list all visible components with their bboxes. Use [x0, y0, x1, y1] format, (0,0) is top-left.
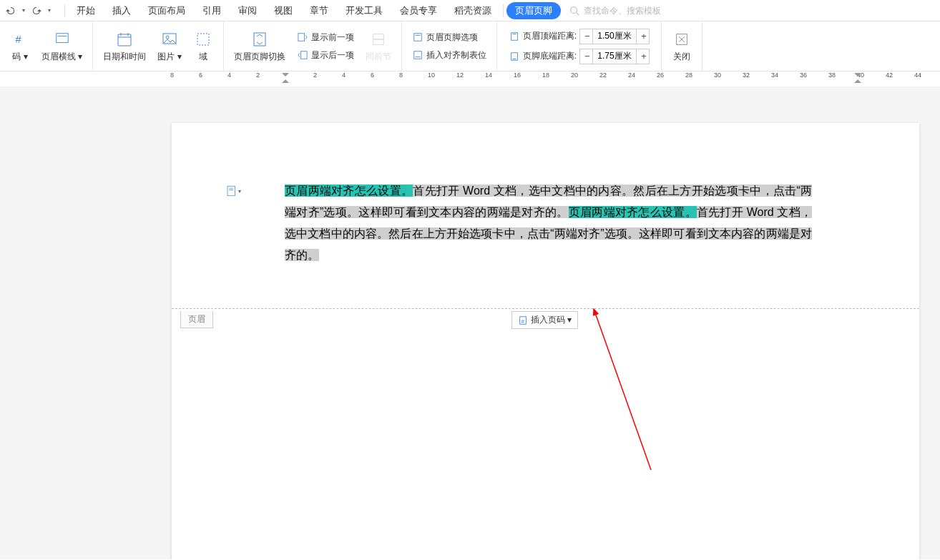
picture-button[interactable]: 图片 ▾	[155, 28, 184, 64]
tab-chapter[interactable]: 章节	[301, 0, 337, 21]
insert-page-number-button[interactable]: # 插入页码 ▾	[511, 311, 578, 329]
header-distance-label: 页眉顶端距离:	[523, 30, 577, 42]
tab-view[interactable]: 视图	[265, 0, 301, 21]
footer-distance-icon	[509, 51, 520, 62]
increment-button[interactable]: +	[636, 29, 649, 44]
group-options: 页眉页脚选项 插入对齐制表位	[402, 21, 497, 71]
datetime-button[interactable]: 日期和时间	[100, 28, 149, 64]
tab-reference[interactable]: 引用	[194, 0, 230, 21]
chevron-down-icon: ▾	[238, 188, 241, 195]
insert-tabstop-label: 插入对齐制表位	[426, 49, 486, 62]
show-next-label: 显示后一项	[311, 49, 354, 62]
hash-icon: #	[10, 29, 30, 49]
footer-distance-input[interactable]	[593, 49, 636, 64]
qat-customize[interactable]: ▾	[46, 7, 53, 14]
decrement-button[interactable]: −	[580, 49, 593, 64]
group-navigation: 页眉页脚切换 显示前一项 显示后一项 同前节	[224, 21, 402, 71]
svg-rect-12	[254, 33, 265, 46]
svg-line-1	[577, 12, 579, 15]
svg-rect-3	[56, 34, 68, 43]
svg-rect-13	[298, 34, 305, 41]
next-icon	[297, 49, 308, 61]
tab-insert[interactable]: 插入	[104, 0, 139, 21]
tab-member[interactable]: 会员专享	[391, 0, 446, 21]
group-close: 关闭	[662, 21, 702, 71]
header-distance-input[interactable]	[593, 29, 636, 44]
ribbon: # 码 ▾ 页眉横线 ▾ 日期和时间 图片 ▾ 域 页眉页脚切换	[0, 21, 940, 72]
close-icon	[672, 29, 692, 49]
datetime-label: 日期和时间	[103, 51, 146, 63]
header-line-label: 页眉横线 ▾	[41, 51, 82, 63]
group-pagenumber: # 码 ▾ 页眉横线 ▾	[0, 21, 93, 71]
footer-distance-label: 页脚底端距离:	[523, 50, 577, 62]
tab-resource[interactable]: 稻壳资源	[446, 0, 500, 21]
header-line-button[interactable]: 页眉横线 ▾	[39, 28, 85, 64]
footer-distance-stepper[interactable]: − +	[579, 49, 650, 64]
svg-point-0	[571, 6, 577, 13]
tab-developer[interactable]: 开发工具	[337, 0, 391, 21]
header-text-content[interactable]: 页眉两端对齐怎么设置。首先打开 Word 文档，选中文档中的内容。然后在上方开始…	[285, 180, 812, 266]
tab-layout[interactable]: 页面布局	[139, 0, 194, 21]
svg-rect-14	[300, 51, 307, 59]
svg-rect-11	[197, 34, 209, 45]
increment-button[interactable]: +	[636, 49, 649, 64]
switch-icon	[250, 29, 270, 49]
divider	[503, 4, 504, 17]
divider	[64, 4, 65, 17]
header-options-icon[interactable]: ▾	[225, 183, 241, 199]
close-hf-button[interactable]: 关闭	[669, 28, 695, 64]
header-distance-icon	[509, 31, 520, 42]
svg-text:#: #	[16, 34, 22, 45]
page[interactable]: ▾ 页眉两端对齐怎么设置。首先打开 Word 文档，选中文档中的内容。然后在上方…	[172, 123, 919, 559]
page-number-label: 码 ▾	[12, 51, 27, 63]
highlighted-text-1: 页眉两端对齐怎么设置。	[285, 185, 413, 197]
options-icon	[412, 31, 424, 43]
hf-switch-button[interactable]: 页眉页脚切换	[231, 28, 288, 64]
svg-rect-5	[118, 34, 131, 46]
tab-start[interactable]: 开始	[68, 0, 104, 21]
same-as-previous-button: 同前节	[363, 28, 394, 64]
svg-line-33	[594, 309, 651, 470]
svg-point-10	[166, 36, 169, 39]
document-canvas: ▾ 页眉两端对齐怎么设置。首先打开 Word 文档，选中文档中的内容。然后在上方…	[0, 87, 940, 559]
group-distance: 页眉顶端距离: − + 页脚底端距离: − +	[497, 21, 662, 71]
undo-dropdown[interactable]: ▾	[20, 7, 27, 14]
previous-icon	[297, 31, 308, 43]
show-previous-label: 显示前一项	[311, 31, 354, 44]
search-icon	[569, 6, 579, 16]
show-previous-button[interactable]: 显示前一项	[294, 30, 357, 45]
field-icon	[193, 29, 213, 49]
redo-button[interactable]	[29, 3, 44, 19]
svg-rect-15	[373, 34, 383, 39]
highlighted-text-2: 页眉两端对齐怎么设置。	[569, 206, 697, 218]
header-distance-stepper[interactable]: − +	[579, 29, 650, 44]
horizontal-ruler[interactable]: 8642246810121416182022242628303234363840…	[0, 72, 940, 87]
tab-review[interactable]: 审阅	[230, 0, 265, 21]
ribbon-tabs: 开始 插入 页面布局 引用 审阅 视图 章节 开发工具 会员专享 稻壳资源 页眉…	[68, 0, 561, 21]
picture-label: 图片 ▾	[157, 51, 181, 63]
command-search[interactable]	[569, 5, 682, 16]
search-input[interactable]	[582, 5, 682, 16]
page-number-icon: #	[518, 315, 528, 325]
svg-text:#: #	[521, 318, 524, 324]
footer-distance-row: 页脚底端距离: − +	[509, 49, 650, 64]
calendar-icon	[114, 29, 134, 49]
svg-rect-16	[373, 39, 383, 44]
svg-rect-28	[227, 186, 235, 196]
svg-rect-19	[413, 51, 421, 59]
insert-tabstop-button[interactable]: 插入对齐制表位	[409, 48, 489, 63]
tabstop-icon	[412, 49, 424, 61]
header-edit-zone[interactable]: ▾ 页眉两端对齐怎么设置。首先打开 Word 文档，选中文档中的内容。然后在上方…	[172, 123, 919, 309]
page-number-button[interactable]: # 码 ▾	[7, 28, 33, 64]
decrement-button[interactable]: −	[580, 29, 593, 44]
show-next-button[interactable]: 显示后一项	[294, 48, 357, 63]
undo-button[interactable]	[3, 3, 19, 19]
same-prev-label: 同前节	[366, 51, 391, 63]
close-label: 关闭	[673, 51, 690, 63]
hf-switch-label: 页眉页脚切换	[234, 51, 285, 63]
tab-header-footer[interactable]: 页眉页脚	[506, 2, 561, 19]
group-insert: 日期和时间 图片 ▾ 域	[93, 21, 223, 71]
hf-options-button[interactable]: 页眉页脚选项	[409, 30, 489, 45]
field-button[interactable]: 域	[190, 28, 216, 64]
insert-page-number-label: 插入页码 ▾	[531, 314, 572, 326]
